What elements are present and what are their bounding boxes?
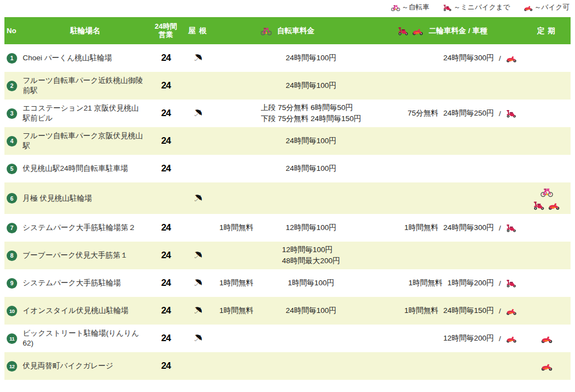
header-bicycle-fee-label: 自転車料金 xyxy=(277,26,315,36)
table-row: 6月極 伏見桃山駐輪場☂ xyxy=(4,182,571,214)
fee-type-separator: / xyxy=(499,54,501,62)
row-number-cell: 12 xyxy=(4,361,21,372)
two-wheel-free-period: 1時間無料 xyxy=(409,278,443,288)
roof-cell: ☂ xyxy=(182,333,213,344)
parking-name: ブーブーパーク伏見大手筋第１ xyxy=(21,250,149,260)
table-row: 9システムパーク大手筋駐輪場24☂1時間無料1時間毎100円1時間無料1時間毎2… xyxy=(4,269,571,297)
header-periodic: 定 期 xyxy=(522,26,571,36)
row-number-cell: 10 xyxy=(4,306,21,316)
header-two-wheel-fee: 二輪車料金 / 車種 xyxy=(362,25,522,36)
row-number-badge: 9 xyxy=(7,278,17,289)
table-row: 7システムパーク大手筋駐輪場第２241時間無料12時間毎100円1時間無料24時… xyxy=(4,214,571,242)
row-number-badge: 12 xyxy=(7,361,17,372)
parking-name: フルーツ自転車パーク近鉄桃山御陵前駅 xyxy=(21,76,149,95)
parking-name: システムパーク大手筋駐輪場第２ xyxy=(21,223,149,233)
parking-name: ビックストリート駐輪場(りんりん62) xyxy=(21,328,149,348)
bicycle-fee-line: 1時間毎100円 xyxy=(288,278,334,289)
parking-name: Choei パーくん桃山駐輪場 xyxy=(21,53,149,63)
parking-name: システムパーク大手筋駐輪場 xyxy=(21,278,149,288)
two-wheel-fee: 1時間毎200円 xyxy=(447,278,494,288)
two-wheel-fee: 24時間毎250円 xyxy=(443,108,494,118)
row-number-badge: 6 xyxy=(7,193,17,203)
two-wheel-free-period: 1時間無料 xyxy=(404,306,438,316)
header-open-24h: 24時間 営業 xyxy=(149,23,182,39)
open-24h-value: 24 xyxy=(149,278,182,289)
legend-item-motorcycle: ～バイク可 xyxy=(524,3,569,12)
bicycle-free-period: 1時間無料 xyxy=(213,223,260,233)
two-wheel-fee: 24時間毎300円 xyxy=(443,223,494,233)
legend: ～自転車 ～ミニバイクまで ～バイク可 xyxy=(391,3,569,12)
roof-cell: ☂ xyxy=(182,305,213,316)
bicycle-fee-line: 24時間毎100円 xyxy=(286,53,337,64)
row-number-badge: 2 xyxy=(7,81,17,91)
roof-cell: ☂ xyxy=(182,108,213,119)
fee-type-separator: / xyxy=(499,109,501,118)
bicycle-parking-page: ～自転車 ～ミニバイクまで ～バイク可 No 駐輪場名 24時間 営業 屋 根 xyxy=(0,0,575,392)
open-24h-value: 24 xyxy=(149,108,182,119)
two-wheel-fee: 24時間毎150円 xyxy=(443,306,494,316)
bicycle-fee-text: 24時間毎100円 xyxy=(286,305,337,316)
fee-type-separator: / xyxy=(499,279,501,288)
motorcycle-icon xyxy=(506,53,517,64)
row-number-cell: 4 xyxy=(4,136,21,147)
bicycle-fee-cell: 上段 75分無料 6時間毎50円下段 75分無料 24時間毎150円 xyxy=(213,102,362,125)
table-row: 10イオンスタイル伏見桃山駐輪場24☂1時間無料24時間毎100円1時間無料24… xyxy=(4,297,571,325)
umbrella-icon: ☂ xyxy=(190,191,205,206)
legend-item-bicycle: ～自転車 xyxy=(391,3,430,12)
table-row: 2フルーツ自転車パーク近鉄桃山御陵前駅2424時間毎100円 xyxy=(4,72,571,100)
table-row: 3エコステーション21 京阪伏見桃山駅前ビル24☂上段 75分無料 6時間毎50… xyxy=(4,100,571,127)
row-number-cell: 11 xyxy=(4,333,21,344)
table-row: 5伏見桃山駅24時間自転車駐車場2424時間毎100円 xyxy=(4,155,571,182)
bicycle-fee-line: 12時間毎100円 xyxy=(286,222,337,233)
table-row: 11ビックストリート駐輪場(りんりん62)24☂12時間毎200円/ xyxy=(4,325,571,352)
bicycle-fee-cell: 12時間毎100円48時間最大200円 xyxy=(213,244,362,267)
legend-label: ～自転車 xyxy=(402,3,430,12)
row-number-cell: 7 xyxy=(4,223,21,233)
bicycle-fee-line: 上段 75分無料 6時間毎50円 xyxy=(261,102,362,113)
two-wheel-fee-cell: 1時間無料24時間毎150円/ xyxy=(362,305,522,316)
row-number-cell: 5 xyxy=(4,164,21,174)
umbrella-icon: ☂ xyxy=(190,276,205,291)
parking-name: フルーツ自転車パーク京阪伏見桃山駅 xyxy=(21,131,149,150)
row-number-badge: 4 xyxy=(7,136,17,147)
bicycle-fee-line: 12時間毎100円 xyxy=(282,244,340,255)
motorcycle-icon xyxy=(506,305,517,316)
table-row: 12伏見両替町バイクガレージ24 xyxy=(4,352,571,380)
fee-type-separator: / xyxy=(499,307,501,315)
bicycle-free-period: 1時間無料 xyxy=(213,278,260,288)
bicycle-fee-text: 24時間毎100円 xyxy=(286,80,337,91)
row-number-cell: 1 xyxy=(4,53,21,64)
parking-name: エコステーション21 京阪伏見桃山駅前ビル xyxy=(21,103,149,123)
bicycle-fee: 24時間毎100円 xyxy=(260,80,362,91)
bicycle-fee-cell: 1時間無料24時間毎100円 xyxy=(213,305,362,316)
roof-cell: ☂ xyxy=(182,193,213,204)
table-body: 1Choei パーくん桃山駐輪場24☂24時間毎100円24時間毎300円/ 2… xyxy=(4,44,571,380)
open-24h-value: 24 xyxy=(149,135,182,147)
row-number-badge: 10 xyxy=(7,306,17,316)
motorcycle-icon xyxy=(541,332,553,344)
scooter-icon xyxy=(506,222,517,233)
bicycle-fee: 1時間毎100円 xyxy=(260,278,362,289)
periodic-icons-line xyxy=(541,332,553,344)
row-number-badge: 11 xyxy=(7,333,17,344)
row-number-badge: 8 xyxy=(7,250,17,261)
row-number-cell: 2 xyxy=(4,81,21,91)
bicycle-fee: 24時間毎100円 xyxy=(260,53,362,64)
roof-cell: ☂ xyxy=(182,53,213,64)
two-wheel-fee-cell: 1時間無料24時間毎300円/ xyxy=(362,222,522,233)
bicycle-fee-cell: 24時間毎100円 xyxy=(213,80,362,91)
bicycle-fee-cell: 24時間毎100円 xyxy=(213,163,362,174)
header-bicycle-fee: 自転車料金 xyxy=(213,25,362,36)
bicycle-fee-cell: 24時間毎100円 xyxy=(213,135,362,147)
open-24h-value: 24 xyxy=(149,53,182,64)
periodic-icons-line xyxy=(541,360,553,372)
scooter-icon xyxy=(506,108,517,119)
open-24h-value: 24 xyxy=(149,305,182,316)
bicycle-fee-line: 24時間毎100円 xyxy=(286,80,337,91)
open-24h-value: 24 xyxy=(149,80,182,91)
scooter-icon xyxy=(398,25,409,36)
bicycle-fee-line: 24時間毎100円 xyxy=(286,163,337,174)
legend-label: ～バイク可 xyxy=(535,3,569,12)
bicycle-fee-cell: 1時間無料1時間毎100円 xyxy=(213,278,362,289)
motorcycle-icon xyxy=(524,3,533,12)
